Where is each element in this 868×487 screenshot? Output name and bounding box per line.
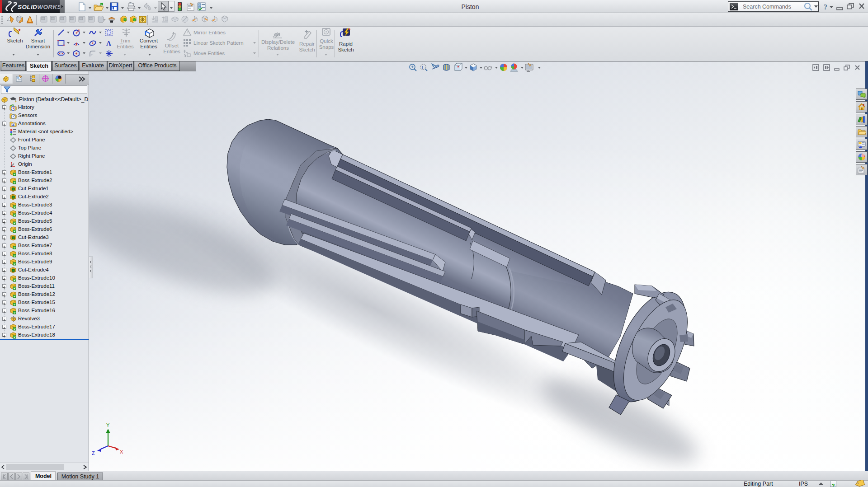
svg-text:A: A — [12, 123, 15, 127]
svg-text:X: X — [120, 449, 123, 454]
svg-text:Z: Z — [92, 450, 95, 456]
svg-text:?: ? — [824, 3, 827, 11]
svg-text:!: ! — [422, 65, 423, 70]
svg-text:Y: Y — [106, 422, 110, 428]
